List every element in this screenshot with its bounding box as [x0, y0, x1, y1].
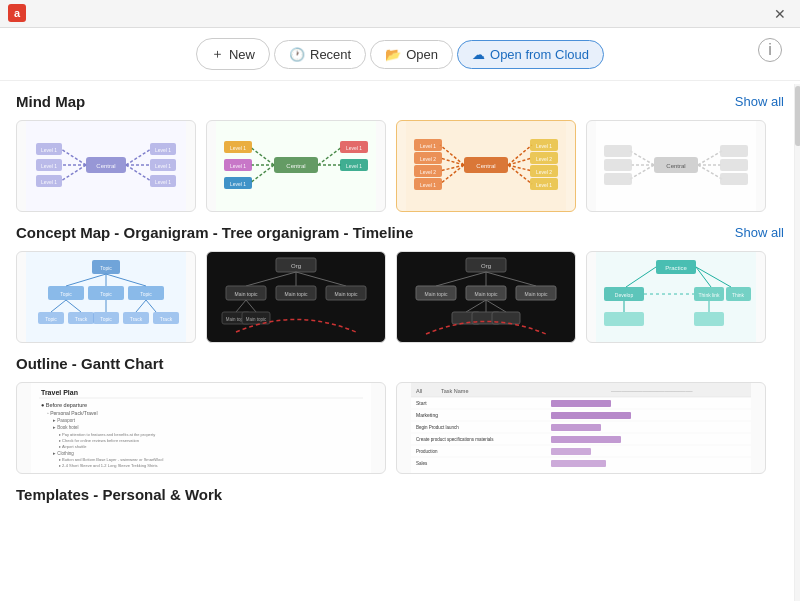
svg-text:▸ Check for online reviews bef: ▸ Check for online reviews before reserv… [59, 438, 139, 443]
svg-text:Task Name: Task Name [441, 388, 469, 394]
section-title-outline: Outline - Gantt Chart [16, 355, 164, 372]
svg-text:Central: Central [476, 163, 495, 169]
svg-text:Level 1: Level 1 [346, 163, 362, 169]
title-bar: a ✕ [0, 0, 800, 28]
svg-text:● Before departure: ● Before departure [41, 402, 87, 408]
svg-text:Develop: Develop [615, 292, 634, 298]
svg-text:Level 2: Level 2 [420, 169, 436, 175]
svg-text:▸ Button and Bottom Base Layer: ▸ Button and Bottom Base Layer - swimwea… [59, 457, 164, 462]
template-card[interactable]: Central [586, 120, 766, 212]
svg-text:Production: Production [416, 449, 438, 454]
svg-text:Level 1: Level 1 [155, 163, 171, 169]
template-card[interactable]: Practice Develop Think link Think [586, 251, 766, 343]
svg-text:Start: Start [416, 400, 427, 406]
svg-text:Main topic: Main topic [475, 291, 498, 297]
toolbar: ＋ New 🕐 Recent 📂 Open ☁ Open from Cloud … [0, 28, 800, 81]
svg-text:Level 1: Level 1 [346, 145, 362, 151]
template-card[interactable]: Topic Topic Topic Topic Topic Track [16, 251, 196, 343]
svg-rect-183 [551, 400, 611, 407]
svg-text:Main topic: Main topic [425, 291, 448, 297]
svg-text:▸ Airport shuttle: ▸ Airport shuttle [59, 444, 87, 449]
template-card[interactable]: Central Level 1 Level 2 Level 2 Level 1 [396, 120, 576, 212]
template-card[interactable]: Org Main topic Main topic Main topic [396, 251, 576, 343]
svg-text:All: All [416, 388, 422, 394]
svg-text:Topic: Topic [100, 316, 112, 322]
section-header-concept-map: Concept Map - Organigram - Tree organigr… [16, 224, 784, 241]
svg-text:a: a [14, 7, 21, 19]
svg-text:Central: Central [96, 163, 115, 169]
section-title-concept-map: Concept Map - Organigram - Tree organigr… [16, 224, 413, 241]
section-concept-map: Concept Map - Organigram - Tree organigr… [16, 224, 784, 343]
section-outline: Outline - Gantt Chart Travel Plan ● Befo… [16, 355, 784, 474]
svg-text:Track: Track [130, 316, 143, 322]
scrollbar-thumb[interactable] [795, 86, 800, 146]
section-header-mind-map: Mind Map Show all [16, 93, 784, 110]
svg-rect-82 [720, 173, 748, 185]
svg-text:◦ Personal Pack/Travel: ◦ Personal Pack/Travel [47, 410, 98, 416]
svg-text:Sales: Sales [416, 461, 428, 466]
template-card[interactable]: Central Level 1 Level 1 Level 1 Level 1 [16, 120, 196, 212]
close-button[interactable]: ✕ [768, 4, 792, 24]
svg-text:Level 1: Level 1 [230, 163, 246, 169]
plus-icon: ＋ [211, 45, 224, 63]
svg-text:▸ Passport: ▸ Passport [53, 418, 76, 423]
svg-text:▸ Book hotel: ▸ Book hotel [53, 425, 79, 430]
cloud-icon: ☁ [472, 47, 485, 62]
clock-icon: 🕐 [289, 47, 305, 62]
svg-text:Topic: Topic [60, 291, 72, 297]
svg-rect-80 [720, 159, 748, 171]
new-label: New [229, 47, 255, 62]
svg-text:Marketing: Marketing [416, 412, 438, 418]
section-personal: Templates - Personal & Work [16, 486, 784, 503]
concept-map-templates: Topic Topic Topic Topic Topic Track [16, 251, 784, 343]
outline-templates: Travel Plan ● Before departure ◦ Persona… [16, 382, 784, 474]
svg-text:▸ Pay attention to features an: ▸ Pay attention to features and benefits… [59, 432, 155, 437]
show-all-concept-map[interactable]: Show all [735, 225, 784, 240]
mind-map-templates: Central Level 1 Level 1 Level 1 Level 1 [16, 120, 784, 212]
svg-text:Create product specifications : Create product specifications materials [416, 437, 494, 442]
svg-text:───────────────────────: ─────────────────────── [610, 388, 693, 394]
template-card[interactable]: All Task Name ─────────────────────── St… [396, 382, 766, 474]
show-all-mind-map[interactable]: Show all [735, 94, 784, 109]
scrollbar-track[interactable] [794, 84, 800, 601]
svg-text:Level 2: Level 2 [536, 169, 552, 175]
svg-text:Practice: Practice [665, 265, 687, 271]
svg-rect-160 [604, 312, 644, 326]
svg-text:Main topic: Main topic [525, 291, 548, 297]
info-button[interactable]: i [758, 38, 782, 62]
open-button[interactable]: 📂 Open [370, 40, 453, 69]
recent-button[interactable]: 🕐 Recent [274, 40, 366, 69]
template-card[interactable]: Travel Plan ● Before departure ◦ Persona… [16, 382, 386, 474]
svg-text:Level 1: Level 1 [41, 147, 57, 153]
template-card[interactable]: Central Level 1 Level 1 Level 1 Level 1 [206, 120, 386, 212]
svg-text:Think link: Think link [698, 292, 720, 298]
svg-text:Level 1: Level 1 [230, 181, 246, 187]
svg-rect-72 [604, 145, 632, 157]
svg-text:Central: Central [666, 163, 685, 169]
recent-label: Recent [310, 47, 351, 62]
svg-text:Level 1: Level 1 [536, 182, 552, 188]
open-label: Open [406, 47, 438, 62]
section-header-personal: Templates - Personal & Work [16, 486, 784, 503]
svg-text:Level 1: Level 1 [420, 182, 436, 188]
open-cloud-button[interactable]: ☁ Open from Cloud [457, 40, 604, 69]
svg-text:Level 2: Level 2 [536, 156, 552, 162]
main-content: Mind Map Show all Central Level 1 Level … [0, 81, 800, 598]
svg-text:Topic: Topic [100, 291, 112, 297]
template-card[interactable]: Org Main topic Main topic Main topic Mai… [206, 251, 386, 343]
section-title-mind-map: Mind Map [16, 93, 85, 110]
svg-text:Central: Central [286, 163, 305, 169]
svg-rect-76 [604, 173, 632, 185]
svg-text:Main topic: Main topic [246, 317, 267, 322]
svg-text:Level 1: Level 1 [155, 179, 171, 185]
svg-text:Travel Plan: Travel Plan [41, 389, 78, 396]
new-button[interactable]: ＋ New [196, 38, 270, 70]
svg-text:Level 1: Level 1 [230, 145, 246, 151]
section-mind-map: Mind Map Show all Central Level 1 Level … [16, 93, 784, 212]
folder-icon: 📂 [385, 47, 401, 62]
app-logo: a [8, 4, 26, 22]
svg-text:Org: Org [291, 263, 301, 269]
svg-rect-192 [551, 436, 621, 443]
svg-text:▸ Clothing: ▸ Clothing [53, 451, 74, 456]
svg-text:Org: Org [481, 263, 491, 269]
